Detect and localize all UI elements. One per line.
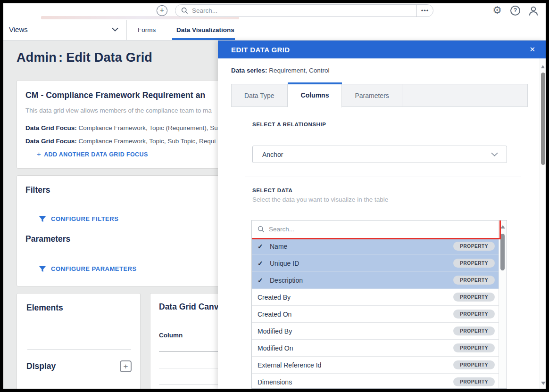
scroll-down-arrow-icon[interactable] — [541, 382, 546, 385]
list-item[interactable]: Created ByPROPERTY — [252, 289, 499, 306]
elements-heading: Elements — [26, 303, 131, 313]
property-badge: PROPERTY — [453, 360, 495, 369]
elements-card: Elements Display + — [17, 293, 141, 389]
list-item-label: Modified By — [258, 327, 453, 335]
chevron-down-icon[interactable] — [112, 27, 118, 32]
app-window: + Search... ••• ⚙︎ ? Views Forms Data Vi… — [0, 0, 549, 392]
tab-forms[interactable]: Forms — [138, 26, 156, 33]
user-avatar-icon[interactable] — [528, 5, 539, 16]
plus-icon: + — [37, 150, 41, 158]
select-data-label: SELECT DATA — [252, 188, 292, 193]
property-badge: PROPERTY — [453, 327, 495, 335]
property-badge: PROPERTY — [453, 276, 495, 285]
window-frame — [0, 389, 549, 392]
views-dropdown[interactable]: Views — [9, 25, 28, 33]
scroll-up-arrow-icon[interactable] — [500, 225, 505, 229]
display-heading: Display — [26, 361, 56, 371]
add-icon[interactable]: + — [157, 5, 167, 16]
search-options-button[interactable]: ••• — [416, 4, 433, 17]
list-item[interactable]: ✓DescriptionPROPERTY — [252, 272, 499, 289]
list-item-label: Unique ID — [270, 260, 453, 267]
window-frame — [0, 0, 3, 392]
list-item[interactable]: ✓Unique IDPROPERTY — [252, 255, 499, 272]
list-item-label: External Reference Id — [258, 361, 453, 369]
list-item[interactable]: Modified OnPROPERTY — [252, 340, 499, 357]
window-frame — [546, 0, 549, 392]
search-icon — [181, 7, 188, 14]
divider — [245, 177, 521, 177]
scroll-up-arrow-icon[interactable] — [541, 65, 545, 68]
add-display-button[interactable]: + — [120, 360, 132, 372]
data-series-line: Data series: Requirement, Control — [231, 67, 330, 74]
filter-funnel-icon — [39, 216, 46, 222]
data-select-list: Search... ✓NamePROPERTY✓Unique IDPROPERT… — [251, 220, 507, 389]
panel-tab-data-type[interactable]: Data Type — [232, 84, 288, 106]
list-item-label: Created By — [258, 294, 453, 301]
list-item-label: Description — [270, 277, 453, 284]
property-badge: PROPERTY — [453, 293, 495, 302]
select-data-helper: Select the data you want to visualize in… — [252, 196, 388, 203]
top-header-bar: + Search... ••• ⚙︎ ? — [3, 3, 546, 21]
property-badge: PROPERTY — [453, 259, 495, 268]
property-badge: PROPERTY — [453, 242, 495, 251]
panel-header: EDIT DATA GRID ✕ — [218, 41, 546, 58]
panel-title: EDIT DATA GRID — [231, 46, 290, 54]
list-item-label: Created On — [258, 310, 453, 318]
chevron-down-icon — [491, 152, 498, 156]
close-icon[interactable]: ✕ — [529, 45, 535, 54]
filter-funnel-icon — [39, 266, 46, 272]
list-item[interactable]: External Reference IdPROPERTY — [252, 357, 499, 374]
divider — [126, 20, 127, 40]
panel-tab-columns[interactable]: Columns — [288, 82, 342, 107]
page-title: Admin:Edit Data Grid — [17, 50, 152, 65]
list-item[interactable]: DimensionsPROPERTY — [252, 374, 499, 389]
list-search-placeholder: Search... — [269, 226, 294, 233]
edit-data-grid-panel: EDIT DATA GRID ✕ Data series: Requiremen… — [218, 41, 546, 389]
relationship-value: Anchor — [262, 151, 283, 158]
global-search-input[interactable]: Search... ••• — [175, 4, 433, 17]
property-badge: PROPERTY — [453, 377, 495, 386]
active-tab-underline — [172, 38, 235, 40]
tab-data-visualizations[interactable]: Data Visualizations — [176, 26, 234, 33]
check-icon: ✓ — [258, 243, 270, 250]
divider — [27, 349, 131, 350]
panel-tab-strip: Data TypeColumnsParameters — [231, 84, 528, 107]
scrollbar-thumb[interactable] — [541, 73, 545, 165]
window-frame — [0, 0, 549, 3]
views-nav-bar: Views Forms Data Visualizations — [3, 20, 546, 41]
relationship-select[interactable]: Anchor — [252, 146, 507, 163]
list-scrollbar[interactable] — [499, 220, 507, 388]
list-search-input[interactable]: Search... — [252, 220, 499, 238]
select-relationship-label: SELECT A RELATIONSHIP — [252, 122, 326, 127]
list-item-label: Dimensions — [258, 378, 453, 386]
list-item[interactable]: Modified ByPROPERTY — [252, 323, 499, 340]
panel-tab-parameters[interactable]: Parameters — [342, 84, 402, 106]
help-icon[interactable]: ? — [510, 6, 520, 16]
scrollbar-thumb[interactable] — [500, 234, 505, 270]
property-badge: PROPERTY — [453, 343, 495, 352]
check-icon: ✓ — [258, 260, 270, 267]
global-search-placeholder: Search... — [192, 7, 217, 14]
property-badge: PROPERTY — [453, 310, 495, 318]
list-item-label: Name — [270, 243, 453, 250]
settings-gear-icon[interactable]: ⚙︎ — [491, 5, 503, 16]
panel-scrollbar[interactable] — [540, 58, 546, 389]
list-item-label: Modified On — [258, 344, 453, 352]
search-icon — [258, 226, 265, 233]
list-item[interactable]: Created OnPROPERTY — [252, 306, 499, 323]
check-icon: ✓ — [258, 277, 270, 284]
list-item[interactable]: ✓NamePROPERTY — [252, 238, 499, 255]
